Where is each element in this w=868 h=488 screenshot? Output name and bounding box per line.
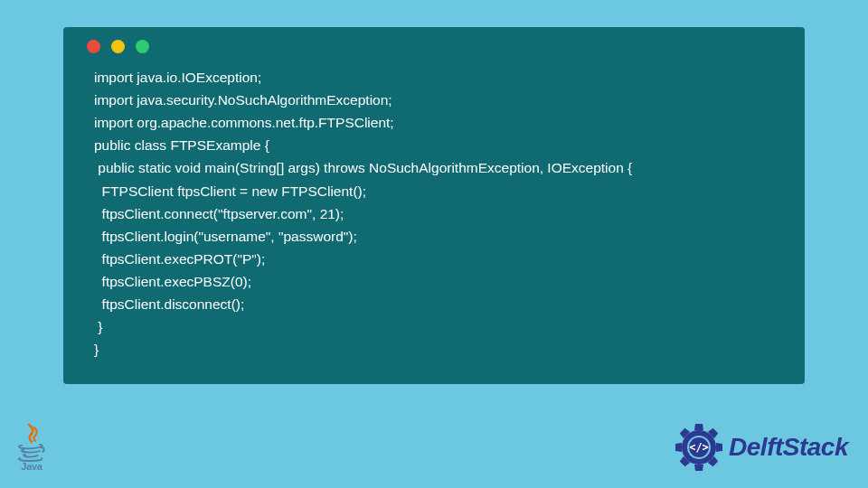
code-window: import java.io.IOException; import java.… (63, 27, 805, 384)
footer: Java </> DelftStack (0, 416, 868, 479)
svg-text:</>: </> (689, 441, 709, 454)
close-icon (87, 40, 100, 53)
java-cup-icon (16, 423, 47, 463)
minimize-icon (111, 40, 125, 53)
java-logo: Java (16, 423, 47, 472)
code-block: import java.io.IOException; import java.… (63, 61, 805, 370)
maximize-icon (136, 40, 149, 53)
window-controls (63, 27, 805, 61)
delftstack-logo: </> DelftStack (675, 423, 848, 472)
delftstack-gear-icon: </> (675, 423, 723, 472)
java-logo-text: Java (21, 461, 42, 472)
delftstack-logo-text: DelftStack (729, 433, 848, 462)
